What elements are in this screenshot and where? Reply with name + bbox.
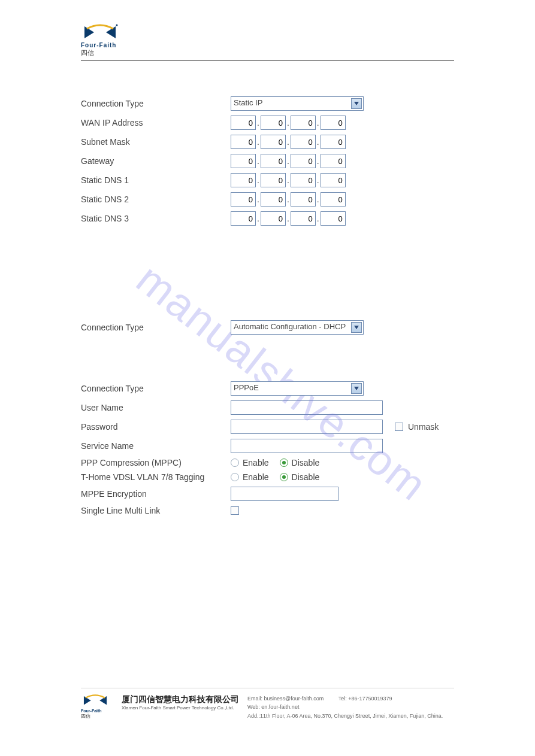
unmask-label: Unmask	[408, 422, 439, 432]
username-input[interactable]	[231, 400, 383, 415]
ip-dot: .	[286, 118, 291, 127]
connection-type-label-3: Connection Type	[81, 384, 231, 393]
connection-type-select-2[interactable]: Automatic Configuration - DHCP	[231, 320, 364, 335]
ip-octet-input[interactable]	[321, 135, 346, 149]
chevron-down-icon	[351, 98, 362, 109]
connection-type-label-1: Connection Type	[81, 99, 231, 108]
ip-dot: .	[286, 156, 291, 166]
ip-octet-input[interactable]	[231, 211, 256, 226]
radio-disable-label: Disable	[292, 458, 320, 467]
ip-dot: .	[286, 214, 291, 223]
ip-dot: .	[256, 175, 261, 185]
connection-type-value-2: Automatic Configuration - DHCP	[234, 322, 346, 331]
connection-type-value-1: Static IP	[234, 98, 262, 107]
ip-dot: .	[316, 175, 321, 185]
footer-tel: Tel: +86-17750019379	[338, 694, 392, 703]
footer-addr: Add.:11th Floor, A-06 Area, No.370, Chen…	[247, 712, 454, 720]
connection-type-value-3: PPPoE	[234, 383, 259, 392]
ppp-compression-disable-radio[interactable]	[280, 459, 288, 467]
ip-octet-input[interactable]	[261, 173, 286, 187]
chevron-down-icon	[351, 383, 362, 394]
ip-octet-input[interactable]	[291, 135, 316, 149]
ip-dot: .	[256, 195, 261, 204]
username-label: User Name	[81, 403, 231, 412]
single-line-checkbox[interactable]	[231, 506, 239, 515]
footer-company-cn: 厦门四信智慧电力科技有限公司	[122, 694, 239, 705]
service-name-input[interactable]	[231, 439, 383, 453]
page-header: Four-Faith 四信	[81, 24, 454, 60]
ip-dot: .	[316, 118, 321, 127]
ip-octet-input[interactable]	[231, 154, 256, 168]
svg-point-0	[116, 25, 118, 26]
ip-octet-input[interactable]	[261, 116, 286, 130]
ip-octet-input[interactable]	[321, 211, 346, 226]
chevron-down-icon	[351, 322, 362, 333]
service-name-label: Service Name	[81, 441, 231, 451]
ip-octet-input[interactable]	[231, 192, 256, 207]
ip-dot: .	[286, 195, 291, 204]
ip-octet-input[interactable]	[261, 192, 286, 207]
ip-octet-input[interactable]	[231, 173, 256, 187]
brand-name-cn: 四信	[81, 48, 119, 57]
ip-octet-input[interactable]	[231, 116, 256, 130]
ip-octet-input[interactable]	[291, 211, 316, 226]
ip-dot: .	[286, 175, 291, 185]
ip-dot: .	[256, 214, 261, 223]
mppe-input[interactable]	[231, 487, 338, 501]
connection-type-select-1[interactable]: Static IP	[231, 96, 364, 111]
brand-logo: Four-Faith 四信	[81, 24, 119, 57]
ip-row-label: Gateway	[81, 156, 231, 166]
ip-octet-input[interactable]	[231, 135, 256, 149]
ip-dot: .	[316, 195, 321, 204]
radio-enable-label-2: Enable	[243, 472, 269, 482]
ip-dot: .	[256, 118, 261, 127]
brand-name-en: Four-Faith	[81, 42, 119, 48]
ip-dot: .	[316, 156, 321, 166]
ip-dot: .	[316, 137, 321, 147]
footer-email: Email: business@four-faith.com	[247, 694, 324, 703]
connection-type-label-2: Connection Type	[81, 323, 231, 332]
ip-octet-input[interactable]	[321, 173, 346, 187]
footer-logo: Four-Faith 四信	[81, 694, 113, 719]
ip-octet-input[interactable]	[261, 154, 286, 168]
ppp-compression-enable-radio[interactable]	[231, 459, 239, 467]
connection-type-select-3[interactable]: PPPoE	[231, 381, 364, 396]
radio-enable-label: Enable	[243, 458, 269, 467]
ip-octet-input[interactable]	[291, 173, 316, 187]
page-footer: Four-Faith 四信 厦门四信智慧电力科技有限公司 Xiamen Four…	[81, 688, 454, 720]
ip-row-label: Static DNS 3	[81, 214, 231, 223]
ip-octet-input[interactable]	[321, 116, 346, 130]
ip-dot: .	[256, 137, 261, 147]
footer-brand-en: Four-Faith	[81, 709, 113, 713]
mppe-label: MPPE Encryption	[81, 489, 231, 499]
ip-row-label: Subnet Mask	[81, 137, 231, 147]
ppp-compression-label: PPP Compression (MPPC)	[81, 458, 231, 467]
footer-web: Web: en.four-faith.net	[247, 703, 299, 711]
footer-brand-cn: 四信	[81, 713, 113, 719]
password-input[interactable]	[231, 420, 383, 434]
single-line-label: Single Line Multi Link	[81, 506, 231, 515]
unmask-checkbox[interactable]	[395, 423, 403, 431]
ip-octet-input[interactable]	[261, 135, 286, 149]
ip-octet-input[interactable]	[291, 192, 316, 207]
radio-disable-label-2: Disable	[292, 472, 320, 482]
ip-row-label: WAN IP Address	[81, 118, 231, 127]
thome-disable-radio[interactable]	[280, 473, 288, 481]
ip-dot: .	[286, 137, 291, 147]
footer-company-en: Xiamen Four-Faith Smart Power Technology…	[122, 705, 239, 711]
thome-enable-radio[interactable]	[231, 473, 239, 481]
ip-dot: .	[256, 156, 261, 166]
password-label: Password	[81, 422, 231, 432]
ip-octet-input[interactable]	[321, 154, 346, 168]
ip-octet-input[interactable]	[291, 116, 316, 130]
ip-dot: .	[316, 214, 321, 223]
ip-octet-input[interactable]	[321, 192, 346, 207]
ip-row-label: Static DNS 1	[81, 175, 231, 185]
ip-octet-input[interactable]	[291, 154, 316, 168]
thome-label: T-Home VDSL VLAN 7/8 Tagging	[81, 472, 231, 482]
ip-octet-input[interactable]	[261, 211, 286, 226]
ip-row-label: Static DNS 2	[81, 195, 231, 204]
